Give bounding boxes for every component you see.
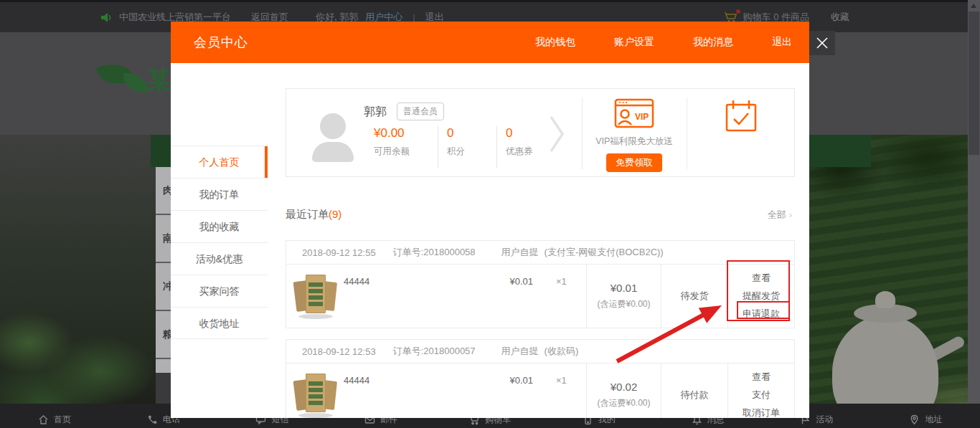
- sidebar-item-shipping-address[interactable]: 收货地址: [171, 307, 268, 339]
- avatar: [312, 113, 354, 162]
- product-quantity: ×1: [556, 375, 567, 386]
- sidebar-item-my-favorites[interactable]: 我的收藏: [171, 210, 268, 242]
- order-datetime: 2018-09-12 12:55: [302, 247, 376, 258]
- order-payment: (收款码): [545, 345, 579, 358]
- nav-logout[interactable]: 退出: [772, 36, 792, 49]
- leaf-icon: [122, 72, 149, 93]
- order-product-cell: 44444 ¥0.01 ×1: [286, 265, 586, 328]
- recent-orders-count: (9): [329, 208, 341, 220]
- teapot-image: [875, 291, 895, 308]
- sidebar-item-personal-home[interactable]: 个人首页: [171, 146, 268, 178]
- order-actions: 查看 支付 取消订单: [727, 363, 794, 418]
- order-delivery: 用户自提: [501, 345, 539, 358]
- modal-title: 会员中心: [194, 34, 248, 51]
- order-delivery: 用户自提: [501, 246, 539, 259]
- recent-orders-title: 最近订单: [286, 208, 329, 220]
- page-scrollbar[interactable]: [968, 0, 980, 404]
- product-name[interactable]: 44444: [344, 375, 369, 386]
- signin-calendar[interactable]: [687, 99, 796, 136]
- site-logo-text: 某: [147, 64, 171, 97]
- order-shipping: (含运费¥0.00): [597, 397, 650, 409]
- order-status: 待付款: [661, 363, 727, 418]
- calendar-check-icon: [724, 99, 758, 133]
- home-icon: [38, 414, 49, 425]
- cart-badge-dot: [736, 9, 740, 14]
- order-product-cell: 44444 ¥0.01 ×1: [286, 363, 586, 418]
- sidebar-item-my-orders[interactable]: 我的订单: [171, 178, 268, 210]
- product-name[interactable]: 44444: [344, 276, 369, 287]
- location-icon: [909, 414, 920, 425]
- recent-orders-header: 最近订单(9) 全部›: [286, 208, 795, 222]
- product-thumbnail[interactable]: [295, 371, 336, 418]
- product-quantity: ×1: [556, 276, 567, 287]
- view-all-link[interactable]: 全部›: [768, 209, 792, 222]
- svg-text:VIP: VIP: [635, 112, 649, 122]
- page: 中国农业线上营销第一平台 返回首页 你好, 郭郭 用户中心 | 退出 购物车 0…: [0, 0, 980, 428]
- scrollbar-up-arrow[interactable]: [971, 4, 976, 8]
- action-cancel-order[interactable]: 取消订单: [743, 406, 780, 418]
- modal-header: 会员中心 我的钱包 账户设置 我的消息 退出: [171, 22, 809, 63]
- background-photo-tea-plants: [0, 135, 156, 428]
- modal-close-button[interactable]: [809, 31, 835, 55]
- nav-my-messages[interactable]: 我的消息: [693, 36, 733, 49]
- product-thumbnail[interactable]: [295, 272, 336, 320]
- nav-my-wallet[interactable]: 我的钱包: [535, 36, 575, 49]
- chevron-right-icon: ›: [789, 209, 792, 220]
- free-claim-button[interactable]: 免费领取: [606, 153, 662, 172]
- stat-balance: ¥0.00 可用余额: [364, 126, 438, 168]
- modal-sidebar: 个人首页 我的订单 我的收藏 活动&优惠 买家问答 收货地址: [171, 146, 268, 339]
- vip-promo-text: VIP福利限免大放送: [582, 135, 687, 148]
- order-datetime: 2018-09-12 12:53: [302, 346, 376, 357]
- annotation-arrow: [608, 293, 732, 367]
- toolbar-item-address[interactable]: 地址: [871, 404, 980, 428]
- favorite-link[interactable]: 收藏: [831, 11, 849, 24]
- sidebar-item-buyer-qa[interactable]: 买家问答: [171, 275, 268, 307]
- profile-chevron-right-icon[interactable]: [549, 115, 566, 156]
- order-total: ¥0.02: [611, 381, 638, 393]
- order-number: 订单号:2018000057: [393, 345, 476, 358]
- modal-nav: 我的钱包 账户设置 我的消息 退出: [535, 36, 792, 49]
- order-payment: (支付宝-网银支付(BOCB2C)): [545, 246, 664, 259]
- order-number: 订单号:2018000058: [393, 246, 476, 259]
- annotation-highlight-refund-box: [737, 301, 790, 319]
- profile-name: 郭郭: [364, 105, 387, 120]
- sidebar-item-promotions[interactable]: 活动&优惠: [171, 242, 268, 275]
- vip-promo: VIP VIP福利限免大放送 免费领取: [582, 98, 687, 172]
- scrollbar-thumb[interactable]: [969, 11, 979, 155]
- action-pay[interactable]: 支付: [752, 389, 771, 401]
- profile-stats: ¥0.00 可用余额 0 积分 0 优惠券: [364, 126, 577, 168]
- product-price: ¥0.01: [493, 375, 533, 386]
- action-view[interactable]: 查看: [752, 371, 771, 384]
- stat-points: 0 积分: [438, 126, 496, 168]
- active-indicator: [265, 146, 268, 179]
- product-price: ¥0.01: [493, 276, 533, 287]
- order-total-cell: ¥0.02 (含运费¥0.00): [586, 363, 661, 418]
- nav-account-settings[interactable]: 账户设置: [614, 36, 654, 49]
- member-level-badge: 普通会员: [397, 103, 444, 120]
- order-header: 2018-09-12 12:55 订单号:2018000058 用户自提 (支付…: [286, 241, 794, 265]
- close-icon: [816, 37, 828, 49]
- order-body: 44444 ¥0.01 ×1 ¥0.02 (含运费¥0.00) 待付款 查看 支…: [286, 363, 794, 418]
- background-photo-tea-field: [809, 135, 968, 428]
- profile-card: 郭郭 普通会员 ¥0.00 可用余额 0 积分 0 优惠券: [286, 88, 795, 177]
- phone-icon: [147, 414, 158, 425]
- vip-browser-icon: VIP: [613, 98, 655, 129]
- speaker-icon: [100, 12, 112, 23]
- toolbar-item-home[interactable]: 首页: [0, 404, 109, 428]
